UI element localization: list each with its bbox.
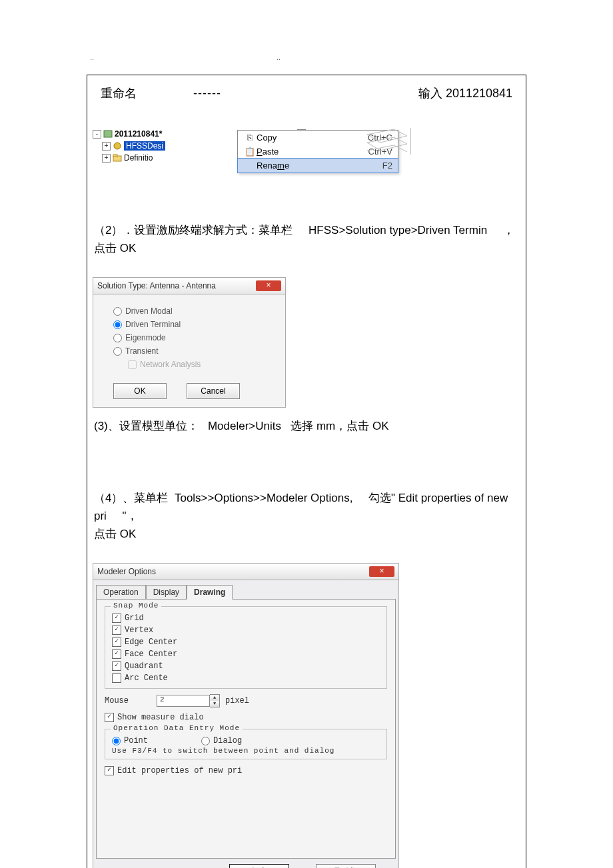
svg-rect-0 — [104, 131, 112, 137]
sec4-f: 点击 OK — [94, 528, 136, 540]
svg-point-1 — [114, 143, 121, 149]
dialog-title: Modeler Options — [97, 567, 369, 576]
tab-display[interactable]: Display — [146, 585, 187, 600]
check-edit-properties[interactable]: ✓Edit properties of new pri — [105, 765, 387, 777]
ok-button[interactable]: 确定 — [229, 864, 289, 868]
project-icon — [103, 130, 113, 138]
opt-label: Point — [124, 736, 148, 745]
top-dots-right: .. — [277, 53, 281, 61]
menu-rename-label: Rename — [257, 161, 382, 171]
menu-rename-shortcut: F2 — [382, 161, 392, 171]
dialog-title: Solution Type: Antenna - Antenna — [97, 281, 256, 290]
check-show-measure[interactable]: ✓Show measure dialo — [105, 711, 387, 723]
mouse-unit: pixel — [225, 696, 249, 705]
expand-icon[interactable]: + — [102, 142, 111, 151]
sec3-a: (3)、设置模型单位： — [94, 420, 199, 432]
mouse-value[interactable]: 2 — [157, 695, 210, 707]
menu-rename[interactable]: RenameF2 — [237, 158, 398, 173]
chk-label: Edit properties of new pri — [117, 766, 242, 775]
check-face-center[interactable]: ✓Face Center — [112, 648, 380, 660]
radio-point[interactable]: Point — [112, 735, 148, 747]
spin-down-icon[interactable]: ▼ — [210, 701, 219, 707]
mouse-label: Mouse — [105, 696, 151, 705]
close-button[interactable]: × — [369, 566, 394, 577]
radio-eigenmode[interactable]: Eigenmode — [113, 331, 265, 344]
frame-legend: Snap Mode — [111, 602, 161, 610]
definitions-node[interactable]: Definitio — [124, 153, 153, 163]
sec2-menu-path: HFSS>Solution type>Driven Termin — [308, 224, 487, 236]
top-dots-left: .. — [90, 53, 277, 61]
opt-label: Driven Terminal — [125, 320, 181, 329]
modeler-preview — [364, 128, 411, 155]
mouse-spinner[interactable]: 2 ▲▼ — [157, 694, 220, 707]
check-grid[interactable]: ✓Grid — [112, 612, 380, 624]
tab-drawing[interactable]: Drawing — [187, 585, 233, 600]
hfss-icon — [113, 142, 122, 150]
opt-label: Transient — [125, 346, 159, 356]
chk-label: Face Center — [125, 650, 177, 659]
chk-label: Vertex — [125, 626, 153, 635]
sec4-c: 勾选" — [368, 492, 395, 504]
ode-hint: Use F3/F4 to switch between point and di… — [112, 747, 380, 755]
sec4-a: （4）、菜单栏 — [94, 492, 168, 504]
check-vertex[interactable]: ✓Vertex — [112, 624, 380, 636]
collapse-icon[interactable]: - — [93, 130, 101, 139]
radio-transient[interactable]: Transient — [113, 344, 265, 358]
chk-label: Arc Cente — [125, 673, 168, 683]
hfss-design-node[interactable]: HFSSDesi — [124, 141, 165, 151]
paste-icon: 📋 — [243, 147, 257, 157]
copy-icon: ⎘ — [243, 133, 257, 143]
spin-up-icon[interactable]: ▲ — [210, 695, 219, 701]
project-tree[interactable]: - 2011210841* + HFSSDesi + Definitio — [93, 128, 226, 164]
radio-driven-modal[interactable]: Driven Modal — [113, 304, 265, 318]
opt-label: Dialog — [213, 736, 242, 745]
svg-rect-3 — [113, 155, 117, 157]
sec2-pre: （2）．设置激励终端求解方式：菜单栏 — [94, 224, 293, 236]
input-text: 输入 2011210841 — [418, 85, 512, 101]
cancel-button[interactable]: 取消 — [316, 864, 376, 868]
radio-driven-terminal[interactable]: Driven Terminal — [113, 318, 265, 331]
close-button[interactable]: × — [256, 280, 281, 291]
expand-icon[interactable]: + — [102, 154, 111, 163]
frame-legend: Operation Data Entry Mode — [111, 724, 243, 732]
opt-label: Network Analysis — [140, 360, 201, 369]
sec3-c: 选择 mm，点击 OK — [291, 420, 388, 432]
folder-icon — [113, 154, 122, 162]
chk-label: Show measure dialo — [117, 713, 204, 722]
chk-label: Grid — [125, 614, 144, 623]
opt-label: Eigenmode — [125, 333, 166, 342]
chk-label: Quadrant — [125, 661, 163, 671]
sec3-b: Modeler>Units — [208, 420, 281, 432]
menu-paste-label: Paste — [257, 147, 368, 157]
modeler-options-dialog: Modeler Options × Operation Display Draw… — [93, 563, 399, 868]
chk-label: Edge Center — [125, 638, 177, 647]
dashes: ------ — [193, 87, 221, 101]
sec4-b: Tools>>Options>>Modeler Options, — [175, 492, 352, 504]
opt-label: Driven Modal — [125, 306, 173, 316]
cancel-button[interactable]: Cancel — [187, 383, 240, 399]
menu-copy-label: Copy — [257, 133, 368, 143]
check-network-analysis: Network Analysis — [128, 358, 265, 371]
solution-type-dialog: Solution Type: Antenna - Antenna × Drive… — [93, 277, 286, 408]
sec4-e: "， — [123, 510, 138, 522]
check-quadrant[interactable]: ✓Quadrant — [112, 660, 380, 672]
ok-button[interactable]: OK — [113, 383, 167, 399]
rename-label: 重命名 — [101, 85, 137, 101]
check-arc-center[interactable]: Arc Cente — [112, 672, 380, 684]
snap-mode-frame: Snap Mode ✓Grid ✓Vertex ✓Edge Center ✓Fa… — [105, 606, 387, 689]
radio-dialog[interactable]: Dialog — [201, 735, 242, 747]
project-name[interactable]: 2011210841* — [115, 129, 162, 139]
ode-frame: Operation Data Entry Mode Point Dialog U… — [105, 729, 387, 759]
check-edge-center[interactable]: ✓Edge Center — [112, 636, 380, 648]
tab-operation[interactable]: Operation — [96, 585, 146, 600]
